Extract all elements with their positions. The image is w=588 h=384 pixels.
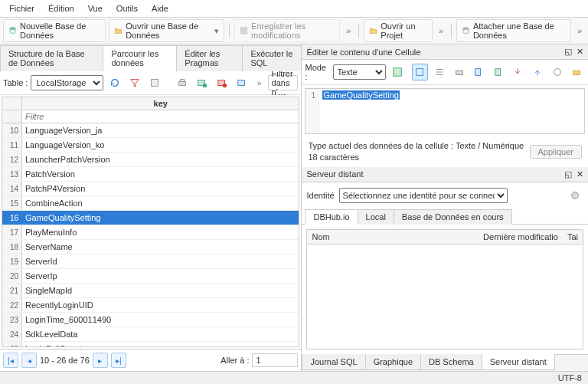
menu-tools[interactable]: Outils [110,2,144,15]
tab-current-db[interactable]: Base de Données en cours [394,209,512,225]
export-icon[interactable] [529,64,546,80]
tab-graph[interactable]: Graphique [365,354,421,370]
cell-key[interactable]: LauncherPatchVersion [22,155,299,164]
table-row[interactable]: 20ServerIp [2,269,299,284]
toolbar-overflow-3[interactable]: » [574,26,585,35]
menu-help[interactable]: Aide [145,2,175,15]
table-row[interactable]: 24SdkLevelData [2,327,299,342]
tab-browse[interactable]: Parcourir les données [103,45,177,71]
table-select[interactable]: LocalStorage [31,75,103,90]
col-size[interactable]: Tai [563,230,583,244]
undock-icon[interactable]: ◱ [564,47,572,57]
copy-icon[interactable] [470,64,487,80]
open-db-button[interactable]: Ouvrir une Base de Données▾ [109,19,224,42]
cell-key[interactable]: SdkLevelData [22,330,299,339]
null-icon[interactable] [549,64,566,80]
refresh-icon[interactable] [106,74,123,91]
table-row[interactable]: 23LoginTime_600011490 [2,313,299,327]
cell-key[interactable]: LoginFailCount [22,344,299,347]
table-row[interactable]: 22RecentlyLoginUID [2,298,299,313]
column-header-key[interactable]: key [22,97,299,110]
cell-key[interactable]: PatchVersion [22,169,299,179]
toolbar-overflow-2[interactable]: » [436,26,446,35]
table-row[interactable]: 17PlayMenuInfo [2,225,299,240]
cell-value[interactable]: GameQualitySetting [322,90,399,100]
tab-remote[interactable]: Serveur distant [482,354,555,370]
cell-key[interactable]: SingleMapId [22,286,299,295]
format-icon[interactable] [568,64,585,80]
identity-select[interactable]: Sélectionnez une identité pour se connec… [339,188,508,203]
menu-file[interactable]: Fichier [3,2,41,15]
table-row[interactable]: 12LauncherPatchVersion [2,153,299,167]
attach-db-button[interactable]: Attacher une Base de Données [456,19,571,42]
col-name[interactable]: Nom [307,230,479,244]
browse-toolbar-overflow[interactable]: » [253,78,264,87]
table-row[interactable]: 14PatchP4Version [2,182,299,196]
open-project-button[interactable]: Ouvrir un Projet [364,19,433,42]
pager-first[interactable]: |◂ [3,353,18,368]
indent-icon[interactable] [431,64,448,80]
delete-record-icon[interactable] [214,74,230,91]
new-db-button[interactable]: Nouvelle Base de Données [3,19,106,42]
save-filter-icon[interactable] [146,74,163,91]
import-icon[interactable] [510,64,527,80]
table-row[interactable]: 21SingleMapId [2,284,299,298]
clear-filter-icon[interactable] [126,74,143,91]
print-icon[interactable] [174,74,191,91]
tab-pragmas[interactable]: Éditer les Pragmas [176,45,243,71]
table-row[interactable]: 13PatchVersion [2,167,299,182]
apply-button[interactable]: Appliquer [530,145,582,159]
toolbar-overflow-1[interactable]: » [343,26,354,35]
table-row[interactable]: 25LoginFailCount [2,342,299,347]
cell-key[interactable]: CombineAction [22,199,299,208]
expand-editor-icon[interactable] [389,64,406,80]
pager-last[interactable]: ▸| [111,353,126,368]
menu-view[interactable]: Vue [82,2,109,15]
table-row[interactable]: 18ServerName [2,240,299,254]
pager-prev[interactable]: ◂ [21,353,37,368]
data-grid[interactable]: key 10LanguageVersion_ja11LanguageVersio… [2,97,299,347]
table-row[interactable]: 19ServerId [2,254,299,269]
mode-select[interactable]: Texte [333,64,386,80]
tab-journal[interactable]: Journal SQL [302,354,365,370]
cell-key[interactable]: RecentlyLoginUID [22,300,299,310]
browse-toolbar: Table : LocalStorage » Filtrer dans n'… [0,71,301,95]
cell-key[interactable]: LanguageVersion_ja [22,126,299,135]
undock-remote-icon[interactable]: ◱ [564,169,572,179]
table-row[interactable]: 15CombineAction [2,196,299,211]
goto-label: Aller à : [220,356,249,365]
insert-values-icon[interactable] [234,74,250,91]
cell-type-info: Type actuel des données de la cellule : … [308,140,524,164]
cell-editor[interactable]: 1 GameQualitySetting [305,88,585,134]
table-row[interactable]: 11LanguageVersion_ko [2,138,299,153]
cell-key[interactable]: PatchP4Version [22,184,299,193]
printer-icon[interactable] [451,64,468,80]
goto-input[interactable] [252,353,298,367]
col-modified[interactable]: Dernière modificatio [479,230,563,244]
menu-edit[interactable]: Édition [42,2,80,15]
add-record-icon[interactable] [194,74,211,91]
tab-schema[interactable]: DB Schema [420,354,482,370]
remote-list[interactable]: Nom Dernière modificatio Tai [306,229,583,350]
cell-key[interactable]: LoginTime_600011490 [22,315,299,324]
cell-key[interactable]: ServerIp [22,271,299,281]
cell-key[interactable]: ServerId [22,257,299,266]
tab-dbhub[interactable]: DBHub.io [305,209,358,225]
close-remote-icon[interactable]: ✕ [577,169,583,179]
cell-key[interactable]: ServerName [22,242,299,251]
tab-sql[interactable]: Exécuter le SQL [242,45,302,71]
table-row[interactable]: 16GameQualitySetting [2,211,299,225]
tab-local[interactable]: Local [358,209,394,225]
identity-settings-icon[interactable] [567,187,583,204]
close-panel-icon[interactable]: ✕ [577,47,583,57]
cell-key[interactable]: GameQualitySetting [22,213,299,222]
column-filter-input[interactable]: Filtrer dans n'… [268,75,299,90]
pager-next[interactable]: ▸ [93,353,108,368]
cell-key[interactable]: PlayMenuInfo [22,228,299,237]
paste-icon[interactable] [490,64,507,80]
row-filter-input[interactable] [22,110,299,123]
table-row[interactable]: 10LanguageVersion_ja [2,123,299,138]
text-mode-icon[interactable] [412,64,429,80]
cell-key[interactable]: LanguageVersion_ko [22,140,299,149]
tab-structure[interactable]: Structure de la Base de Données [0,45,103,71]
